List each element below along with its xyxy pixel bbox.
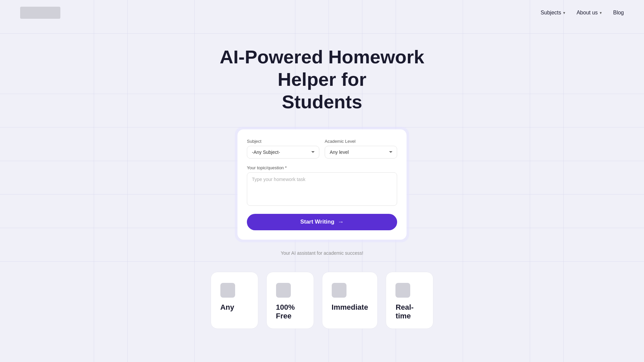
chevron-down-icon: ▼ <box>599 11 602 15</box>
level-select[interactable]: Any level High School Undergraduate Grad… <box>325 146 397 159</box>
arrow-right-icon: → <box>338 219 344 226</box>
form-inner: Subject -Any Subject- Math Science Engli… <box>237 129 407 240</box>
nav-about[interactable]: About us ▼ <box>577 10 602 16</box>
nav-links: Subjects ▼ About us ▼ Blog <box>541 10 624 16</box>
topic-group: Your topic/question * <box>247 165 397 207</box>
feature-card-immediate: Immediate <box>322 272 378 329</box>
start-writing-button[interactable]: Start Writing → <box>247 214 397 230</box>
level-label: Academic Level <box>325 139 397 144</box>
subject-group: Subject -Any Subject- Math Science Engli… <box>247 139 319 159</box>
subject-select[interactable]: -Any Subject- Math Science English Histo… <box>247 146 319 159</box>
feature-icon-free <box>276 283 291 298</box>
subject-label: Subject <box>247 139 319 144</box>
feature-title-any: Any <box>220 303 249 312</box>
navbar: Subjects ▼ About us ▼ Blog <box>0 0 644 25</box>
features-section: Any 100% Free Immediate Real-time <box>90 272 554 329</box>
topic-label: Your topic/question * <box>247 165 397 170</box>
feature-card-free: 100% Free <box>266 272 314 329</box>
feature-icon-realtime <box>395 283 410 298</box>
feature-icon-any <box>220 283 235 298</box>
feature-card-realtime: Real-time <box>386 272 433 329</box>
topic-textarea[interactable] <box>247 172 397 206</box>
nav-subjects[interactable]: Subjects ▼ <box>541 10 566 16</box>
level-group: Academic Level Any level High School Und… <box>325 139 397 159</box>
logo <box>20 7 60 19</box>
feature-title-free: 100% Free <box>276 303 304 320</box>
feature-title-realtime: Real-time <box>395 303 424 320</box>
form-row-selects: Subject -Any Subject- Math Science Engli… <box>247 139 397 159</box>
form-card: Subject -Any Subject- Math Science Engli… <box>235 127 409 242</box>
nav-blog[interactable]: Blog <box>613 10 624 16</box>
feature-card-any: Any <box>211 272 258 329</box>
feature-title-immediate: Immediate <box>332 303 368 312</box>
feature-icon-immediate <box>332 283 346 298</box>
hero-title: AI-Powered Homework Helper for Students <box>205 46 439 113</box>
start-button-label: Start Writing <box>300 219 334 225</box>
chevron-down-icon: ▼ <box>562 11 566 15</box>
hero-section: AI-Powered Homework Helper for Students … <box>0 25 644 329</box>
ai-subtitle: Your AI assistant for academic success! <box>281 250 363 256</box>
